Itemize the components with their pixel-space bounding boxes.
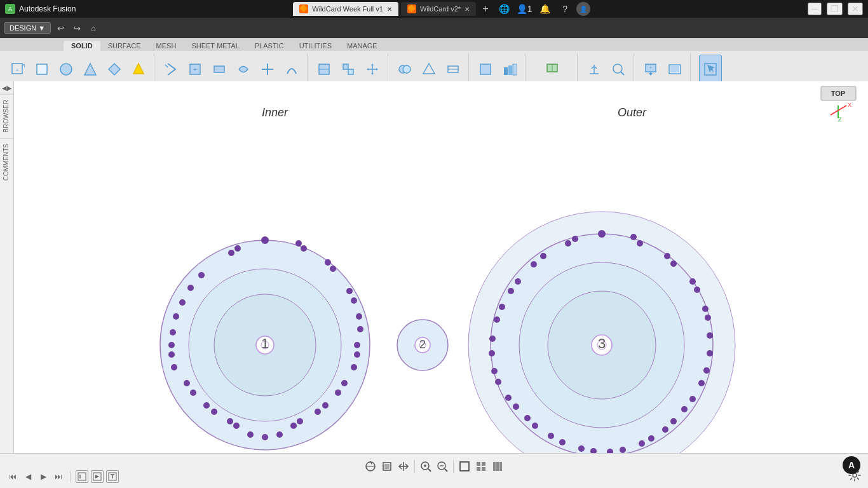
- svg-point-111: [524, 415, 531, 421]
- tab-surface[interactable]: SURFACE: [100, 41, 149, 51]
- svg-line-39: [621, 72, 624, 75]
- restore-button[interactable]: ❐: [827, 3, 843, 15]
- move-copy-button[interactable]: [361, 55, 384, 85]
- automate-3-button[interactable]: [208, 55, 231, 85]
- tab-sheet-metal[interactable]: SHEET METAL: [184, 41, 247, 51]
- automate-4-icon: [236, 62, 250, 78]
- tab-close-1[interactable]: ✕: [387, 6, 392, 13]
- modify-1-button[interactable]: [313, 55, 336, 85]
- timeline-marker-3-button[interactable]: [106, 470, 119, 483]
- insert-1-button[interactable]: +: [639, 55, 662, 85]
- automate-4-button[interactable]: [232, 55, 255, 85]
- top-toolbar: DESIGN ▼ ↩ ↪ ⌂: [0, 18, 868, 38]
- svg-point-55: [356, 313, 362, 320]
- display-mode-1-button[interactable]: [457, 459, 472, 474]
- undo-button[interactable]: ↩: [53, 21, 67, 35]
- svg-point-80: [179, 299, 186, 306]
- design-dropdown-button[interactable]: DESIGN ▼: [4, 22, 51, 34]
- svg-point-120: [508, 288, 514, 294]
- tab-wildcard-v2[interactable]: 🔶 WildCard v2* ✕: [401, 2, 476, 16]
- svg-point-109: [548, 433, 554, 439]
- help-icon[interactable]: ?: [556, 0, 574, 18]
- browser-tab[interactable]: BROWSER: [0, 94, 13, 138]
- svg-point-101: [662, 426, 668, 433]
- svg-rect-18: [348, 69, 353, 74]
- tab-close-2[interactable]: ✕: [465, 6, 470, 13]
- automate-2-icon: +: [188, 62, 202, 78]
- zoom-in-button[interactable]: [418, 459, 433, 474]
- configure-1-button[interactable]: [474, 55, 497, 85]
- redo-button[interactable]: ↪: [70, 21, 84, 35]
- timeline-marker-2-button[interactable]: [91, 470, 104, 483]
- svg-point-62: [322, 402, 329, 409]
- play-button[interactable]: ▶: [37, 470, 50, 483]
- assemble-3-button[interactable]: [442, 55, 465, 85]
- home-button[interactable]: ⌂: [86, 21, 100, 35]
- bottom-left-tools: ⏮ ◀ ▶ ⏭: [0, 470, 119, 483]
- tab-solid[interactable]: SOLID: [64, 41, 100, 51]
- svg-text:+: +: [193, 66, 197, 73]
- svg-rect-32: [508, 65, 512, 75]
- svg-point-102: [648, 435, 654, 442]
- new-component-button[interactable]: +: [6, 55, 29, 85]
- go-to-start-button[interactable]: ⏮: [6, 470, 19, 483]
- avatar[interactable]: 👤: [576, 2, 590, 16]
- zoom-out-button[interactable]: [435, 459, 450, 474]
- svg-marker-42: [649, 73, 653, 76]
- sidebar-toggle[interactable]: ◀▶: [0, 81, 14, 94]
- inspect-2-button[interactable]: [607, 55, 630, 85]
- sketch-button[interactable]: [31, 55, 53, 85]
- svg-text:+: +: [16, 67, 19, 73]
- assemble-1-button[interactable]: [393, 55, 416, 85]
- tab-bar: 🔶 WildCard Week Full v1 ✕ 🔶 WildCard v2*…: [76, 0, 808, 18]
- minimize-button[interactable]: ─: [808, 3, 822, 15]
- pan-alt-button[interactable]: [379, 459, 395, 474]
- extrude-button[interactable]: [55, 55, 78, 85]
- svg-point-38: [613, 64, 622, 73]
- globe-icon[interactable]: 🌐: [495, 0, 513, 18]
- automate-1-button[interactable]: [159, 55, 182, 85]
- comments-tab[interactable]: COMMENTS: [0, 138, 13, 186]
- app-icon: A: [5, 4, 15, 14]
- timeline-marker-1-button[interactable]: [76, 470, 88, 483]
- tab-mesh[interactable]: MESH: [149, 41, 184, 51]
- display-mode-3-button[interactable]: [490, 459, 505, 474]
- brand-watermark: A: [843, 456, 860, 474]
- insert-2-button[interactable]: [663, 55, 686, 85]
- tab-plastic[interactable]: PLASTIC: [247, 41, 292, 51]
- pan-button[interactable]: [396, 459, 411, 474]
- tool-separator-1: [414, 460, 415, 473]
- automate-5-button[interactable]: [256, 55, 279, 85]
- automate-2-button[interactable]: +: [184, 55, 207, 85]
- svg-point-58: [354, 351, 360, 358]
- automate-6-button[interactable]: [280, 55, 303, 85]
- tab-utilities[interactable]: UTILITIES: [292, 41, 339, 51]
- assemble-2-button[interactable]: [417, 55, 440, 85]
- view-cube[interactable]: TOP X Z: [821, 86, 856, 123]
- display-mode-2-button[interactable]: [473, 459, 489, 474]
- construct-1-button[interactable]: [541, 55, 564, 85]
- tab-wildcard-full[interactable]: 🔶 WildCard Week Full v1 ✕: [293, 2, 398, 16]
- select-button[interactable]: [699, 55, 722, 85]
- prev-button[interactable]: ◀: [22, 470, 34, 483]
- configure-2-button[interactable]: [498, 55, 521, 85]
- close-button[interactable]: ✕: [848, 3, 863, 15]
- modify-2-button[interactable]: [337, 55, 360, 85]
- inspect-1-button[interactable]: [583, 55, 606, 85]
- loft-button[interactable]: [127, 55, 150, 85]
- svg-point-26: [403, 65, 410, 73]
- svg-point-121: [515, 278, 521, 285]
- revolve-button[interactable]: [79, 55, 102, 85]
- tab-icon-2: 🔶: [407, 4, 416, 13]
- tab-manage[interactable]: MANAGE: [339, 41, 385, 51]
- user-count-button[interactable]: 👤1: [515, 0, 533, 18]
- notification-icon[interactable]: 🔔: [536, 0, 553, 18]
- move-copy-icon: [365, 62, 379, 78]
- go-to-end-button[interactable]: ⏭: [52, 470, 65, 483]
- sweep-button[interactable]: [103, 55, 126, 85]
- svg-point-124: [565, 240, 571, 247]
- title-bar-left: A Autodesk Fusion: [5, 4, 76, 14]
- orbit-tool-button[interactable]: [363, 459, 378, 474]
- new-tab-button[interactable]: +: [478, 2, 492, 16]
- svg-rect-153: [477, 462, 480, 466]
